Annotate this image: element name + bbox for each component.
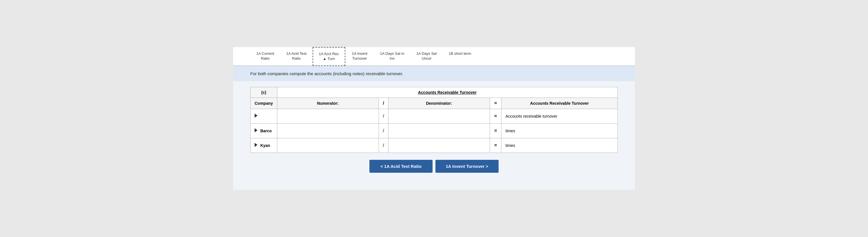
slash-kyan: / xyxy=(379,138,388,153)
result-cell-barco: times xyxy=(501,123,618,138)
content-area: (c) Accounts Receivable Turnover Company… xyxy=(233,81,635,178)
denominator-field-barco[interactable] xyxy=(392,127,486,135)
col-result: Accounts Receivable Turnover xyxy=(501,98,618,109)
numerator-field-kyan[interactable] xyxy=(281,141,375,150)
prev-button[interactable]: < 1A Acid Test Ratio xyxy=(369,160,433,173)
description-bar: For both companies compute the accounts … xyxy=(233,66,635,81)
denominator-field-1[interactable] xyxy=(392,112,486,121)
main-container: 1A CurrentRatio 1A Acid TestRatio 1A Acc… xyxy=(233,47,635,190)
col-numerator: Numerator: xyxy=(277,98,379,109)
col-equals: = xyxy=(490,98,501,109)
slash-barco: / xyxy=(379,123,388,138)
row-company-barco: Barco xyxy=(251,123,277,138)
table-row: Barco / = times xyxy=(251,123,618,138)
data-table: (c) Accounts Receivable Turnover Company… xyxy=(250,87,618,153)
result-label-barco: times xyxy=(505,129,515,133)
equals-barco: = xyxy=(490,123,501,138)
row-company-1 xyxy=(251,109,277,123)
denominator-input-1[interactable] xyxy=(389,109,490,123)
tab-days-sal-inv[interactable]: 1A Days Sal inInv xyxy=(374,47,410,65)
denominator-input-barco[interactable] xyxy=(389,123,490,138)
row-company-kyan: Kyan xyxy=(251,138,277,153)
numerator-input-barco[interactable] xyxy=(277,123,379,138)
denominator-input-kyan[interactable] xyxy=(389,138,490,153)
equals-kyan: = xyxy=(490,138,501,153)
result-cell-1: Accounts receivable turnover xyxy=(501,109,618,123)
numerator-input-1[interactable] xyxy=(277,109,379,123)
result-label-kyan: times xyxy=(505,143,515,148)
numerator-input-kyan[interactable] xyxy=(277,138,379,153)
col-slash: / xyxy=(379,98,388,109)
next-button[interactable]: 1A Invent Turnover > xyxy=(435,160,499,173)
tab-acct-rec-turn[interactable]: 1A Acct Rec▲ Turn xyxy=(313,47,345,66)
tab-1b-short-term[interactable]: 1B short term xyxy=(443,47,477,65)
col-denominator: Denominator: xyxy=(389,98,490,109)
tab-current-ratio[interactable]: 1A CurrentRatio xyxy=(250,47,280,65)
tab-invent-turnover[interactable]: 1A InventTurnover xyxy=(345,47,374,65)
barco-label: Barco xyxy=(260,129,272,133)
tab-acid-test-ratio[interactable]: 1A Acid TestRatio xyxy=(280,47,313,65)
result-label-1: Accounts receivable turnover xyxy=(505,114,557,118)
arrow-icon-kyan xyxy=(255,143,257,147)
description-text: For both companies compute the accounts … xyxy=(250,71,403,76)
kyan-label: Kyan xyxy=(260,143,270,148)
tab-days-sal-uncol[interactable]: 1A Days SalUncol xyxy=(410,47,443,65)
result-cell-kyan: times xyxy=(501,138,618,153)
equals-1: = xyxy=(490,109,501,123)
table-row: Kyan / = times xyxy=(251,138,618,153)
table-row: / = Accounts receivable turnover xyxy=(251,109,618,123)
slash-1: / xyxy=(379,109,388,123)
nav-buttons: < 1A Acid Test Ratio 1A Invent Turnover … xyxy=(250,160,618,173)
section-label: (c) xyxy=(251,87,277,98)
section-title: Accounts Receivable Turnover xyxy=(277,87,617,98)
numerator-field-barco[interactable] xyxy=(281,127,375,135)
denominator-field-kyan[interactable] xyxy=(392,141,486,150)
numerator-field-1[interactable] xyxy=(281,112,375,121)
col-company: Company xyxy=(251,98,277,109)
arrow-icon-barco xyxy=(255,128,257,132)
tabs-row: 1A CurrentRatio 1A Acid TestRatio 1A Acc… xyxy=(233,47,635,66)
arrow-icon-1 xyxy=(255,114,257,117)
